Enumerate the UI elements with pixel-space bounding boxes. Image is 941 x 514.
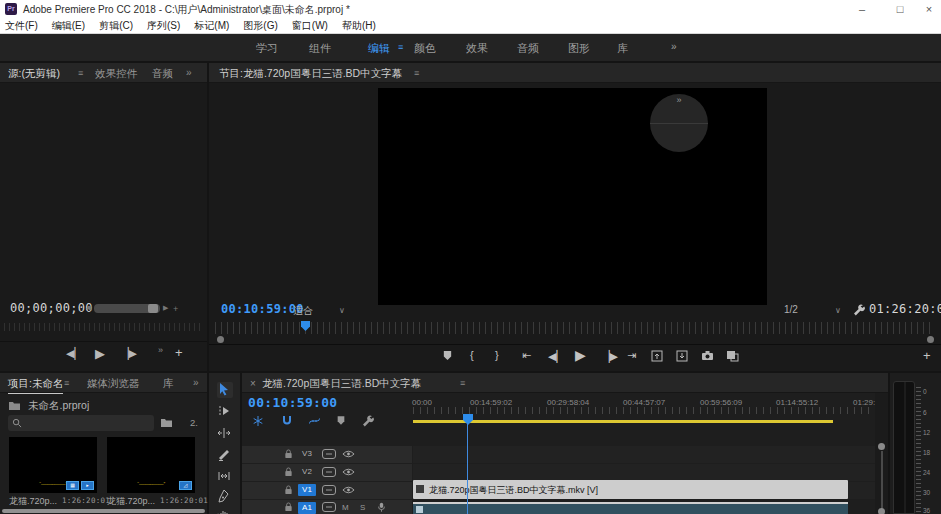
- tab-effect-controls[interactable]: 效果控件: [95, 67, 137, 81]
- toggle-track-output-eye-icon[interactable]: [342, 486, 355, 494]
- program-timecode[interactable]: 00:10:59:00: [221, 302, 304, 316]
- toggle-track-output-eye-icon[interactable]: [342, 450, 355, 458]
- maximize-button[interactable]: □: [893, 2, 907, 16]
- hand-tool[interactable]: [217, 507, 233, 514]
- source-step-forward-button[interactable]: ▕▶: [120, 347, 137, 360]
- timeline-marker-icon[interactable]: [336, 415, 346, 426]
- tab-audio-mixer[interactable]: 音频: [152, 67, 173, 81]
- lock-icon[interactable]: [284, 449, 293, 459]
- linked-selection-icon[interactable]: [308, 415, 321, 427]
- program-button-editor-add-icon[interactable]: +: [923, 348, 931, 363]
- lock-icon[interactable]: [284, 467, 293, 477]
- project-item-thumbnail[interactable]: “·—·—–—·—·” ▦ ▸: [9, 437, 97, 493]
- project-horizontal-scrollbar[interactable]: [2, 509, 205, 513]
- tab-project[interactable]: 项目:未命名: [8, 377, 63, 394]
- track-name-v3[interactable]: V3: [298, 448, 316, 460]
- scrollbar-top-handle[interactable]: [878, 443, 885, 450]
- workspace-tab-effects[interactable]: 效果: [466, 41, 488, 56]
- track-name-a1[interactable]: A1: [298, 502, 316, 514]
- program-scroll-left-handle[interactable]: [217, 336, 224, 343]
- tab-program[interactable]: 节目:龙猫.720p国粤日三语.BD中文字幕: [219, 67, 402, 81]
- source-step-back-button[interactable]: ◀▏: [66, 347, 83, 360]
- project-tabs-overflow-icon[interactable]: »: [193, 377, 199, 388]
- track-target-icon[interactable]: [322, 502, 336, 512]
- project-panel-menu-icon[interactable]: ≡: [64, 378, 69, 388]
- snap-magnet-icon[interactable]: [281, 415, 293, 427]
- timeline-panel-menu-icon[interactable]: ≡: [460, 378, 465, 388]
- step-forward-button[interactable]: ▕▶: [601, 350, 618, 363]
- source-panel-menu-icon[interactable]: ≡: [78, 68, 83, 78]
- close-button[interactable]: ×: [922, 2, 936, 16]
- track-name-v2[interactable]: V2: [298, 466, 316, 478]
- menu-help[interactable]: 帮助(H): [342, 19, 376, 33]
- source-timecode[interactable]: 00;00;00;00: [10, 301, 93, 315]
- track-name-v1[interactable]: V1: [298, 484, 316, 496]
- mute-track-button[interactable]: M: [342, 503, 349, 512]
- track-v2-content[interactable]: [413, 464, 875, 481]
- play-button[interactable]: ▶: [575, 347, 586, 363]
- comparison-view-button[interactable]: [726, 350, 739, 362]
- source-zoom-handle[interactable]: [148, 304, 158, 313]
- voiceover-mic-icon[interactable]: [376, 502, 387, 513]
- timeline-settings-wrench-icon[interactable]: [361, 414, 374, 427]
- project-item-name[interactable]: 龙猫.720p...: [107, 495, 159, 508]
- zoombar-left-icon[interactable]: ◀: [86, 304, 91, 312]
- source-button-editor-add-icon[interactable]: +: [175, 345, 183, 360]
- settings-wrench-icon[interactable]: [852, 303, 865, 316]
- menu-clip[interactable]: 剪辑(C): [99, 19, 133, 33]
- extract-button[interactable]: [676, 350, 688, 362]
- timeline-tab-label[interactable]: 龙猫.720p国粤日三语.BD中文字幕: [262, 377, 421, 391]
- search-input[interactable]: [8, 415, 154, 431]
- source-buttons-overflow-icon[interactable]: »: [158, 345, 163, 355]
- tab-source[interactable]: 源:(无剪辑): [8, 67, 60, 84]
- solo-track-button[interactable]: S: [360, 503, 365, 512]
- program-panel-menu-icon[interactable]: ≡: [414, 68, 419, 78]
- workspace-tab-learn[interactable]: 学习: [256, 41, 278, 56]
- timeline-vertical-scrollbar[interactable]: [875, 393, 888, 514]
- razor-tool[interactable]: [217, 448, 233, 464]
- bin-icon[interactable]: [160, 417, 173, 428]
- scrollbar-bottom-handle[interactable]: [878, 508, 885, 514]
- audio-clip[interactable]: [413, 502, 848, 514]
- track-v3-content[interactable]: [413, 446, 875, 463]
- source-ruler[interactable]: [4, 323, 203, 331]
- program-ruler[interactable]: [215, 322, 935, 334]
- menu-edit[interactable]: 编辑(E): [52, 19, 85, 33]
- project-file-name[interactable]: 未命名.prproj: [28, 399, 89, 413]
- menu-markers[interactable]: 标记(M): [194, 19, 229, 33]
- project-item-name[interactable]: 龙猫.720p...: [9, 495, 61, 508]
- workspace-menu-icon[interactable]: ≡: [398, 42, 403, 52]
- zoom-select-caret-icon[interactable]: ∨: [339, 306, 345, 315]
- track-select-forward-tool[interactable]: [217, 404, 233, 420]
- zoombar-right-icon[interactable]: ▶: [163, 304, 168, 312]
- video-clip[interactable]: 龙猫.720p国粤日三语.BD中文字幕.mkv [V]: [413, 480, 848, 499]
- menu-sequence[interactable]: 序列(S): [147, 19, 180, 33]
- toggle-track-output-eye-icon[interactable]: [342, 468, 355, 476]
- menu-file[interactable]: 文件(F): [5, 19, 38, 33]
- timeline-playhead-head[interactable]: [463, 414, 473, 425]
- overlay-chevron-icon[interactable]: »: [676, 95, 681, 105]
- step-back-button[interactable]: ◀▏: [548, 350, 565, 363]
- workspace-overflow-icon[interactable]: »: [671, 41, 677, 52]
- workspace-tab-editing[interactable]: 编辑: [368, 41, 390, 56]
- export-frame-camera-icon[interactable]: [701, 350, 714, 362]
- goto-out-button[interactable]: ⇥: [627, 349, 636, 362]
- lock-icon[interactable]: [284, 502, 293, 512]
- program-scroll-right-handle[interactable]: [927, 336, 934, 343]
- source-tabs-overflow-icon[interactable]: »: [186, 67, 192, 78]
- zoombar-fit-icon[interactable]: +: [173, 304, 178, 314]
- lock-icon[interactable]: [284, 485, 293, 495]
- goto-in-button[interactable]: ⇤: [522, 349, 531, 362]
- tab-libraries[interactable]: 库: [163, 377, 174, 391]
- workspace-tab-assembly[interactable]: 组件: [309, 41, 331, 56]
- track-target-icon[interactable]: [322, 467, 336, 477]
- timeline-ruler[interactable]: [413, 407, 875, 414]
- resolution-select-caret-icon[interactable]: ∨: [835, 306, 841, 315]
- timeline-timecode[interactable]: 00:10:59:00: [248, 395, 337, 410]
- slip-tool[interactable]: [217, 469, 233, 485]
- workspace-tab-libraries[interactable]: 库: [617, 41, 628, 56]
- mark-in-button[interactable]: {: [470, 349, 474, 361]
- pen-tool[interactable]: [217, 489, 233, 505]
- audio-meter-bars[interactable]: [893, 381, 915, 514]
- add-marker-button[interactable]: [442, 350, 453, 361]
